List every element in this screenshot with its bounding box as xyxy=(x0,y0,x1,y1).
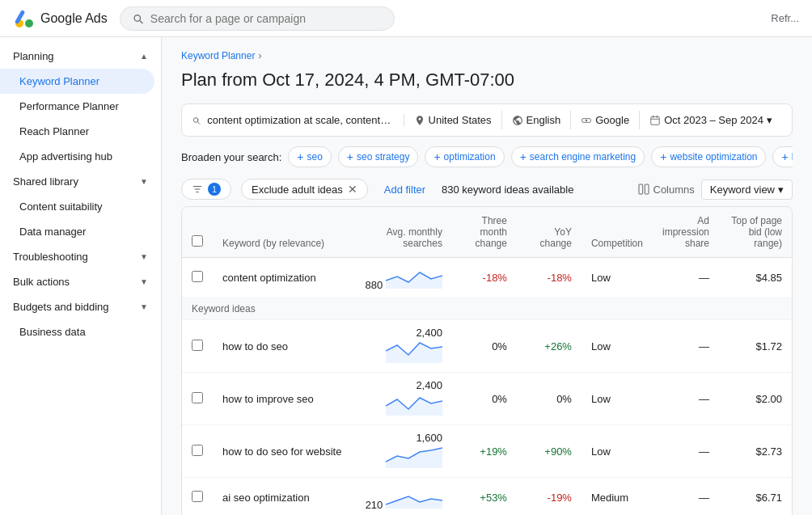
th-avg-searches[interactable]: Avg. monthly searches xyxy=(355,207,452,258)
toolbar: 1 Exclude adult ideas ✕ Add filter 830 k… xyxy=(181,179,793,200)
toolbar-right: Columns Keyword view ▾ xyxy=(637,179,793,200)
shared-library-chevron-icon: ▼ xyxy=(140,177,148,186)
table-row: how to do seo 2,400 0% +26% Low — $1.72 xyxy=(182,320,792,373)
sidebar-item-reach-planner[interactable]: Reach Planner xyxy=(0,119,154,144)
search-bar[interactable] xyxy=(120,6,395,31)
sidebar-shared-library-header[interactable]: Shared library ▼ xyxy=(0,169,161,194)
row-checkbox-cell[interactable] xyxy=(182,425,213,478)
breadcrumb-link[interactable]: Keyword Planner xyxy=(181,50,255,61)
seed-top-bid-cell: $4.85 xyxy=(719,258,792,298)
sidebar-item-content-suitability[interactable]: Content suitability xyxy=(0,194,154,219)
search-input[interactable] xyxy=(150,12,383,25)
exclude-chip: Exclude adult ideas ✕ xyxy=(241,179,368,200)
tag-chip-website-optimization[interactable]: + website optimization xyxy=(651,146,766,167)
sidebar-troubleshooting-header[interactable]: Troubleshooting ▼ xyxy=(0,244,161,269)
row-avg-cell: 2,400 xyxy=(355,373,452,425)
th-yoy[interactable]: YoY change xyxy=(517,207,582,258)
row-checkbox-cell[interactable] xyxy=(182,373,213,425)
row-checkbox[interactable] xyxy=(192,491,203,502)
seed-competition-cell: Low xyxy=(582,258,653,298)
row-competition-cell: Low xyxy=(582,425,653,478)
select-all-checkbox[interactable] xyxy=(192,235,203,247)
row-ad-impression-cell: — xyxy=(653,425,719,478)
main-content: Keyword Planner › Plan from Oct 17, 2024… xyxy=(162,37,812,515)
exclude-remove-button[interactable]: ✕ xyxy=(348,183,357,196)
search-filter-icon xyxy=(192,115,201,126)
troubleshooting-chevron-icon: ▼ xyxy=(140,252,148,261)
seed-keyword-cell: content optimization xyxy=(213,258,355,298)
row-competition-cell: Medium xyxy=(582,478,653,516)
seed-three-month-cell: -18% xyxy=(452,258,517,298)
layout: Planning ▲ Keyword Planner Performance P… xyxy=(0,37,812,515)
filter-location[interactable]: United States xyxy=(404,111,502,129)
seed-row-checkbox[interactable] xyxy=(192,271,203,282)
filter-button[interactable]: 1 xyxy=(181,179,231,200)
row-checkbox[interactable] xyxy=(192,445,203,456)
row-checkbox-cell[interactable] xyxy=(182,478,213,516)
filter-date-range[interactable]: Oct 2023 – Sep 2024 ▾ xyxy=(640,111,782,129)
bulk-actions-chevron-icon: ▼ xyxy=(140,277,148,286)
filter-network-text: Google xyxy=(595,114,629,126)
breadcrumb-separator: › xyxy=(258,50,261,61)
filter-search[interactable]: content optimization at scale, content o… xyxy=(192,114,404,126)
th-three-month[interactable]: Three month change xyxy=(452,207,517,258)
seed-sparkline xyxy=(386,264,442,289)
sidebar-bulk-actions-header[interactable]: Bulk actions ▼ xyxy=(0,269,161,294)
row-top-bid-cell: $2.73 xyxy=(719,425,792,478)
tag-chip-seo-strategy[interactable]: + seo strategy xyxy=(338,146,419,167)
th-ad-impression[interactable]: Ad impression share xyxy=(653,207,719,258)
svg-marker-9 xyxy=(386,343,442,363)
sidebar-item-app-advertising-hub[interactable]: App advertising hub xyxy=(0,144,154,169)
sidebar-planning-header[interactable]: Planning ▲ xyxy=(0,44,161,69)
keyword-view-button[interactable]: Keyword view ▾ xyxy=(701,179,793,200)
google-ads-logo-icon xyxy=(13,7,36,30)
sidebar-item-keyword-planner[interactable]: Keyword Planner xyxy=(0,69,154,94)
row-sparkline xyxy=(386,484,442,509)
filter-icon xyxy=(192,184,203,195)
th-competition[interactable]: Competition xyxy=(582,207,653,258)
seed-yoy-cell: -18% xyxy=(517,258,582,298)
row-avg-cell: 210 xyxy=(355,478,452,516)
topbar-right-label: Refr... xyxy=(771,12,799,24)
page-title: Plan from Oct 17, 2024, 4 PM, GMT-07:00 xyxy=(181,70,793,91)
topbar: Google Ads Refr... xyxy=(0,0,812,37)
filter-language[interactable]: English xyxy=(502,111,572,129)
filter-location-text: United States xyxy=(429,114,492,126)
svg-rect-7 xyxy=(645,184,649,194)
th-keyword[interactable]: Keyword (by relevance) xyxy=(213,207,355,258)
seed-avg-cell: 880 xyxy=(355,258,452,298)
filter-badge: 1 xyxy=(208,183,221,196)
row-checkbox[interactable] xyxy=(192,392,203,403)
tag-chip-seo[interactable]: + seo xyxy=(288,146,332,167)
filters-row: content optimization at scale, content o… xyxy=(181,103,793,137)
sidebar-budgets-bidding-header[interactable]: Budgets and bidding ▼ xyxy=(0,294,161,319)
tag-chip-link-building[interactable]: + link building xyxy=(772,146,793,167)
sidebar-item-data-manager[interactable]: Data manager xyxy=(0,219,154,244)
broaden-label: Broaden your search: xyxy=(181,151,281,163)
row-checkbox[interactable] xyxy=(192,340,203,351)
row-checkbox-cell[interactable] xyxy=(182,320,213,373)
columns-button[interactable]: Columns xyxy=(637,183,695,196)
row-keyword-cell: how to improve seo xyxy=(213,373,355,425)
row-ad-impression-cell: — xyxy=(653,320,719,373)
sidebar-item-business-data[interactable]: Business data xyxy=(0,319,154,344)
keyword-table-container: Keyword (by relevance) Avg. monthly sear… xyxy=(181,206,793,515)
row-yoy-cell: +90% xyxy=(517,425,582,478)
th-top-bid[interactable]: Top of page bid (low range) xyxy=(719,207,792,258)
tag-chip-search-engine-marketing[interactable]: + search engine marketing xyxy=(511,146,645,167)
row-sparkline xyxy=(386,339,442,363)
filter-network[interactable]: Google xyxy=(571,111,640,129)
filter-search-text: content optimization at scale, content o… xyxy=(207,114,393,126)
add-filter-button[interactable]: Add filter xyxy=(378,180,432,199)
row-yoy-cell: 0% xyxy=(517,373,582,425)
tag-chip-optimization[interactable]: + optimization xyxy=(425,146,504,167)
network-icon xyxy=(581,115,592,126)
keyword-table: Keyword (by relevance) Avg. monthly sear… xyxy=(182,207,792,515)
seed-ad-impression-cell: — xyxy=(653,258,719,298)
language-icon xyxy=(512,115,523,126)
row-top-bid-cell: $6.71 xyxy=(719,478,792,516)
sidebar-item-performance-planner[interactable]: Performance Planner xyxy=(0,94,154,119)
th-select-all[interactable] xyxy=(182,207,213,258)
seed-checkbox-cell[interactable] xyxy=(182,258,213,298)
row-ad-impression-cell: — xyxy=(653,373,719,425)
